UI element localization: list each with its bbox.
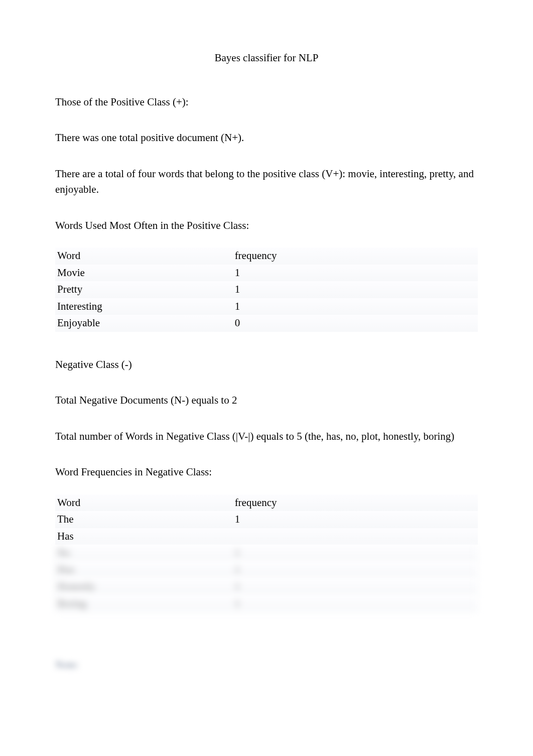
paragraph-positive-words: There are a total of four words that bel… — [55, 166, 478, 198]
cell-word: The — [55, 511, 233, 528]
col-header-word: Word — [55, 494, 233, 512]
col-header-frequency: frequency — [233, 494, 478, 512]
paragraph-positive-doc-count: There was one total positive document (N… — [55, 130, 478, 146]
table-row-blurred: Boring 1 — [55, 595, 478, 612]
table-header-row: Word frequency — [55, 247, 478, 265]
positive-frequency-table: Word frequency Movie 1 Pretty 1 Interest… — [55, 247, 478, 332]
table-row: Pretty 1 — [55, 281, 478, 298]
cell-word: Pretty — [55, 281, 233, 298]
table-row: Movie 1 — [55, 265, 478, 282]
table-row: The 1 — [55, 511, 478, 528]
col-header-word: Word — [55, 247, 233, 265]
cell-freq: 1 — [233, 511, 478, 528]
paragraph-negative-freq-heading: Word Frequencies in Negative Class: — [55, 464, 478, 480]
cell-freq: 1 — [233, 595, 478, 612]
paragraph-positive-class-heading: Those of the Positive Class (+): — [55, 94, 478, 110]
paragraph-positive-freq-heading: Words Used Most Often in the Positive Cl… — [55, 218, 478, 234]
col-header-frequency: frequency — [233, 247, 478, 265]
table-header-row: Word frequency — [55, 494, 478, 512]
table-row: Enjoyable 0 — [55, 315, 478, 332]
document-title: Bayes classifier for NLP — [55, 50, 478, 66]
table-row-blurred: Honestly 1 — [55, 578, 478, 595]
table-row: Interesting 1 — [55, 298, 478, 315]
cell-freq: 1 — [233, 562, 478, 579]
cell-word: Has — [55, 528, 233, 545]
cell-freq: 1 — [233, 298, 478, 315]
cell-word: Interesting — [55, 298, 233, 315]
table-row: Has — [55, 528, 478, 545]
cell-freq: 1 — [233, 281, 478, 298]
cell-word: Plot — [55, 562, 233, 579]
paragraph-negative-words: Total number of Words in Negative Class … — [55, 429, 478, 445]
blurred-footer-text: Note: — [55, 657, 79, 673]
cell-freq: 1 — [233, 578, 478, 595]
cell-word: Boring — [55, 595, 233, 612]
table-row-blurred: Plot 1 — [55, 562, 478, 579]
cell-word: No — [55, 545, 233, 562]
cell-freq: 1 — [233, 545, 478, 562]
paragraph-negative-doc-count: Total Negative Documents (N-) equals to … — [55, 393, 478, 409]
cell-freq: 1 — [233, 265, 478, 282]
cell-word: Movie — [55, 265, 233, 282]
table-row-blurred: No 1 — [55, 545, 478, 562]
cell-freq: 0 — [233, 315, 478, 332]
negative-frequency-table: Word frequency The 1 Has No 1 Plot 1 Hon… — [55, 494, 478, 612]
cell-word: Honestly — [55, 578, 233, 595]
cell-word: Enjoyable — [55, 315, 233, 332]
paragraph-negative-class-heading: Negative Class (-) — [55, 357, 478, 373]
cell-freq — [233, 528, 478, 545]
